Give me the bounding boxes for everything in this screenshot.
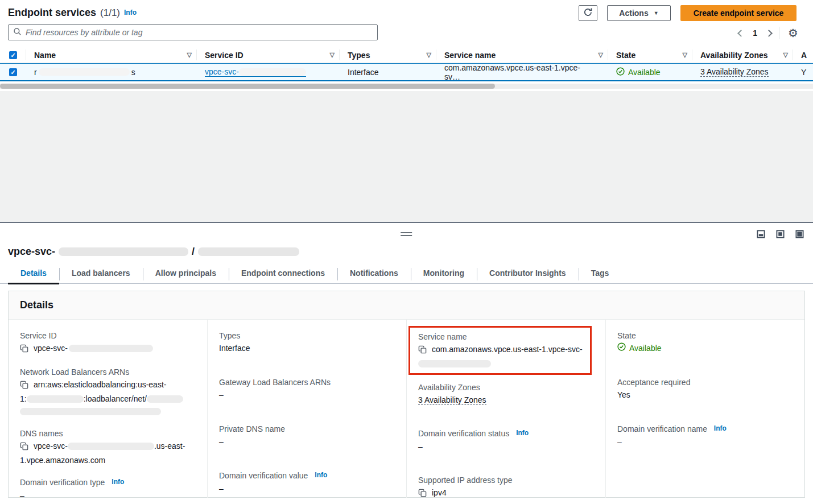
horizontal-scrollbar-thumb[interactable] bbox=[0, 84, 495, 89]
previous-page-icon[interactable] bbox=[737, 30, 745, 37]
row-state-text: Available bbox=[628, 68, 661, 77]
sort-icon[interactable]: ▽ bbox=[783, 51, 788, 59]
copy-icon[interactable] bbox=[418, 488, 427, 501]
table-row[interactable]: ✓ r s vpce-svc- Interface com.amazonaws.… bbox=[0, 63, 813, 81]
search-row: 1 ⚙ bbox=[0, 24, 813, 42]
tab-notifications[interactable]: Notifications bbox=[337, 267, 411, 283]
next-page-icon[interactable] bbox=[765, 30, 773, 37]
column-header-acceptance-clipped[interactable]: A bbox=[793, 47, 813, 63]
row-name-text: s bbox=[131, 68, 135, 77]
gear-icon[interactable]: ⚙ bbox=[788, 27, 798, 39]
field-value: – bbox=[219, 482, 396, 495]
field-value: – bbox=[20, 489, 197, 502]
copy-icon[interactable] bbox=[20, 441, 28, 454]
row-state-cell: Available bbox=[608, 64, 692, 80]
sort-icon[interactable]: ▽ bbox=[330, 51, 335, 59]
copy-icon[interactable] bbox=[20, 380, 28, 393]
row-name-cell: r s bbox=[26, 64, 197, 80]
endpoint-services-table: ✓ Name ▽ Service ID ▽ Types ▽ Service na… bbox=[0, 47, 813, 81]
sort-icon[interactable]: ▽ bbox=[599, 51, 603, 59]
info-link[interactable]: Info bbox=[714, 424, 727, 432]
redacted-title-id bbox=[59, 247, 188, 256]
row-select-cell: ✓ bbox=[0, 64, 26, 80]
split-panel-drag-handle-icon[interactable] bbox=[401, 232, 412, 236]
panel-title-separator: / bbox=[192, 246, 195, 258]
info-link[interactable]: Info bbox=[112, 478, 124, 486]
panel-size-small-icon[interactable] bbox=[757, 230, 765, 240]
field-value: arn:aws:elasticloadbalancing:us-east- 1:… bbox=[20, 378, 197, 418]
tab-endpoint-connections[interactable]: Endpoint connections bbox=[229, 267, 337, 283]
service-name-highlight-box: Service name com.amazonaws.vpce.us-east-… bbox=[408, 326, 592, 375]
row-service-name-cell: com.amazonaws.vpce.us-east-1.vpce-sv… bbox=[436, 64, 608, 80]
copy-icon[interactable] bbox=[20, 344, 28, 356]
availability-zones-popover-trigger[interactable]: 3 Availability Zones bbox=[700, 67, 769, 77]
split-panel: vpce-svc- / Details Load balancers Allow… bbox=[0, 224, 813, 504]
field-value: ipv4 bbox=[418, 486, 595, 501]
field-types: Types Interface bbox=[219, 329, 396, 354]
field-value: com.amazonaws.vpce.us-east-1.vpce-svc- bbox=[418, 343, 585, 370]
availability-zones-popover-trigger[interactable]: 3 Availability Zones bbox=[418, 395, 486, 405]
field-label-text: Domain verification value bbox=[219, 471, 308, 480]
field-nlb-arns: Network Load Balancers ARNs arn:aws:elas… bbox=[20, 366, 197, 418]
details-heading: Details bbox=[20, 299, 53, 311]
current-page[interactable]: 1 bbox=[752, 28, 758, 38]
panel-size-large-icon[interactable] bbox=[795, 230, 804, 240]
tab-details[interactable]: Details bbox=[8, 267, 59, 283]
field-private-dns-name: Private DNS name – bbox=[219, 423, 396, 448]
redacted-value bbox=[418, 360, 491, 367]
column-header-service-name[interactable]: Service name ▽ bbox=[436, 47, 608, 63]
redacted-value bbox=[20, 408, 161, 415]
caret-down-icon: ▼ bbox=[654, 10, 659, 16]
sort-icon[interactable]: ▽ bbox=[187, 51, 192, 59]
refresh-icon bbox=[583, 7, 593, 19]
title-info-link[interactable]: Info bbox=[124, 9, 137, 16]
column-header-availability-zones[interactable]: Availability Zones ▽ bbox=[692, 47, 793, 63]
field-domain-verification-value: Domain verification value Info – bbox=[219, 469, 396, 495]
field-label: Domain verification name Info bbox=[617, 423, 794, 436]
panel-title-text: vpce-svc- bbox=[8, 246, 55, 258]
sort-icon[interactable]: ▽ bbox=[427, 51, 431, 59]
field-value: – bbox=[219, 435, 396, 448]
create-endpoint-service-button[interactable]: Create endpoint service bbox=[680, 5, 797, 21]
tab-tags[interactable]: Tags bbox=[579, 267, 622, 283]
info-link[interactable]: Info bbox=[516, 429, 529, 437]
field-value: – bbox=[617, 436, 794, 448]
column-header-service-id[interactable]: Service ID ▽ bbox=[197, 47, 340, 63]
refresh-button[interactable] bbox=[579, 5, 597, 21]
column-label: Name bbox=[34, 51, 56, 60]
search-icon bbox=[13, 27, 22, 38]
tab-contributor-insights[interactable]: Contributor Insights bbox=[477, 267, 579, 283]
select-all-checkbox[interactable]: ✓ bbox=[9, 51, 17, 59]
actions-button[interactable]: Actions ▼ bbox=[607, 5, 671, 21]
column-header-name[interactable]: Name ▽ bbox=[26, 47, 197, 63]
column-header-types[interactable]: Types ▽ bbox=[340, 47, 436, 63]
info-link[interactable]: Info bbox=[315, 471, 327, 479]
redacted-value bbox=[27, 395, 84, 403]
search-input[interactable] bbox=[26, 28, 373, 37]
panel-size-medium-icon[interactable] bbox=[776, 230, 785, 240]
field-label-text: Domain verification status bbox=[418, 429, 509, 438]
details-column-3: Service name com.amazonaws.vpce.us-east-… bbox=[406, 320, 605, 498]
search-box[interactable] bbox=[8, 24, 378, 40]
sort-icon[interactable]: ▽ bbox=[683, 51, 687, 59]
column-header-state[interactable]: State ▽ bbox=[608, 47, 692, 63]
details-card-header: Details bbox=[9, 291, 804, 320]
redacted-value bbox=[69, 345, 153, 352]
service-id-link[interactable]: vpce-svc- bbox=[205, 67, 306, 77]
redacted-title-name bbox=[198, 247, 299, 256]
tab-load-balancers[interactable]: Load balancers bbox=[59, 267, 143, 283]
details-column-1: Service ID vpce-svc- Network Load Balanc… bbox=[9, 320, 207, 498]
tab-allow-principals[interactable]: Allow principals bbox=[143, 267, 229, 283]
row-acceptance-text: Y bbox=[801, 68, 806, 77]
copy-icon[interactable] bbox=[418, 345, 427, 357]
tab-monitoring[interactable]: Monitoring bbox=[411, 267, 477, 283]
redacted-value bbox=[68, 443, 154, 450]
field-label: Domain verification value Info bbox=[219, 469, 396, 482]
horizontal-scrollbar-track[interactable] bbox=[0, 84, 813, 89]
table-header-row: ✓ Name ▽ Service ID ▽ Types ▽ Service na… bbox=[0, 47, 813, 63]
dns-name-line2: 1.vpce.amazonaws.com bbox=[20, 456, 105, 465]
row-checkbox[interactable]: ✓ bbox=[9, 68, 17, 76]
pagination-divider bbox=[779, 27, 780, 39]
row-service-name-text: com.amazonaws.vpce.us-east-1.vpce-sv… bbox=[444, 63, 595, 81]
select-all-cell: ✓ bbox=[0, 47, 26, 63]
